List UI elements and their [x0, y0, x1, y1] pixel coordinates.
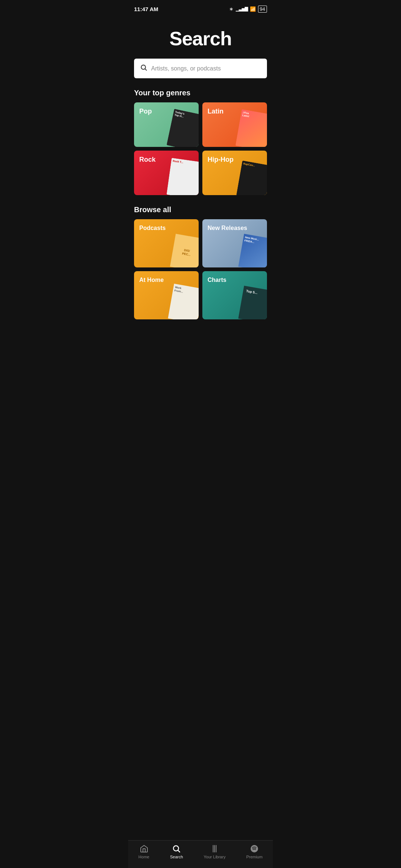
genre-card-latin[interactable]: Latin ¡VivaLatin!: [202, 102, 267, 147]
search-placeholder: Artists, songs, or podcasts: [151, 65, 221, 72]
browse-label-newreleases: New Releases: [208, 225, 247, 231]
browse-art-newreleases: New Musi...FRIDA...: [238, 234, 267, 267]
browse-all-title: Browse all: [134, 206, 267, 214]
wifi-icon: 📶: [250, 6, 256, 12]
top-genres-title: Your top genres: [134, 89, 267, 97]
genre-label-rock: Rock: [139, 156, 156, 163]
page-title: Search: [134, 16, 267, 59]
browse-art-charts: Top 5...: [238, 286, 267, 319]
browse-label-athome: At Home: [139, 277, 164, 283]
signal-icon: ▁▃▅▇: [236, 6, 248, 11]
browse-art-athome: WorkFrom...: [168, 284, 199, 319]
search-input-bar[interactable]: Artists, songs, or podcasts: [134, 59, 267, 78]
browse-art-podcasts: DIS/PEC...: [170, 234, 199, 267]
genre-label-latin: Latin: [208, 108, 224, 115]
search-magnifier-icon: [140, 64, 147, 73]
status-time: 11:47 AM: [134, 6, 158, 12]
browse-grid: Podcasts DIS/PEC... New Releases New Mus…: [134, 219, 267, 319]
genre-label-hiphop: Hip-Hop: [208, 156, 234, 163]
genre-grid: Pop Today'sTop H... Latin ¡VivaLatin!: [134, 102, 267, 195]
genre-art-rock: Rock T...: [166, 158, 199, 195]
genre-card-rock[interactable]: Rock Rock T...: [134, 151, 199, 195]
browse-card-charts[interactable]: Charts Top 5...: [202, 271, 267, 319]
genre-label-pop: Pop: [139, 108, 152, 115]
browse-label-podcasts: Podcasts: [139, 225, 166, 231]
browse-all-section: Browse all Podcasts DIS/PEC... New Relea…: [134, 206, 267, 319]
status-bar: 11:47 AM ∗ ▁▃▅▇ 📶 94: [128, 0, 273, 16]
genre-art-hiphop: RapCav...: [236, 161, 267, 195]
browse-card-podcasts[interactable]: Podcasts DIS/PEC...: [134, 219, 199, 267]
browse-card-athome[interactable]: At Home WorkFrom...: [134, 271, 199, 319]
browse-label-charts: Charts: [208, 277, 226, 283]
svg-line-1: [145, 69, 147, 70]
genre-card-hiphop[interactable]: Hip-Hop RapCav...: [202, 151, 267, 195]
main-content: Search Artists, songs, or podcasts Your …: [128, 16, 273, 356]
genre-art-pop: Today'sTop H...: [167, 109, 199, 147]
status-icons: ∗ ▁▃▅▇ 📶 94: [229, 6, 267, 13]
browse-card-newreleases[interactable]: New Releases New Musi...FRIDA...: [202, 219, 267, 267]
top-genres-section: Your top genres Pop Today'sTop H... Lati…: [134, 89, 267, 195]
battery-icon: 94: [258, 6, 267, 13]
genre-card-pop[interactable]: Pop Today'sTop H...: [134, 102, 199, 147]
genre-art-latin: ¡VivaLatin!: [235, 109, 267, 147]
bluetooth-icon: ∗: [229, 6, 234, 12]
